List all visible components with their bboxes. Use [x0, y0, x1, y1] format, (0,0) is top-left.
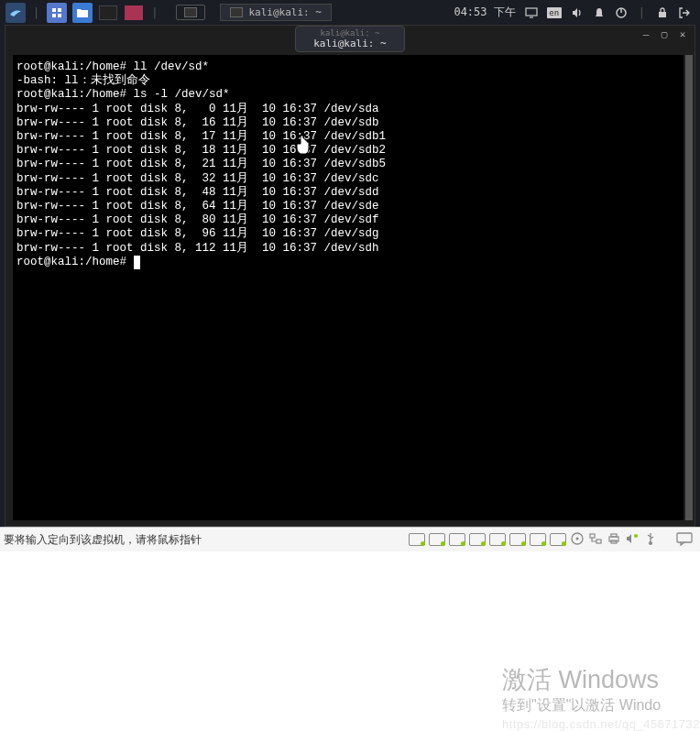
vm-message-icon[interactable]: [676, 531, 693, 549]
windows-activation-watermark: 激活 Windows 转到"设置"以激活 Windo https://blog.…: [502, 663, 700, 731]
task-label: kali@kali: ~: [248, 6, 321, 18]
terminal-icon: [230, 7, 243, 17]
vm-disk-icon[interactable]: [449, 533, 465, 546]
vm-disk-icon[interactable]: [550, 533, 566, 546]
activities-icon[interactable]: [47, 3, 67, 23]
svg-rect-14: [611, 534, 617, 537]
svg-rect-1: [58, 8, 61, 12]
vm-status-text: 要将输入定向到该虚拟机，请将鼠标指针: [0, 532, 202, 548]
svg-rect-2: [52, 14, 56, 17]
vm-printer-icon[interactable]: [607, 531, 621, 549]
display-icon[interactable]: [525, 6, 538, 19]
svg-rect-8: [659, 12, 666, 17]
vm-network-icon[interactable]: [588, 531, 603, 549]
vm-usb-icon[interactable]: [643, 531, 658, 549]
taskbar-terminal-active[interactable]: [176, 5, 205, 20]
minimize-button[interactable]: —: [640, 28, 652, 40]
vm-status-bar: 要将输入定向到该虚拟机，请将鼠标指针: [0, 527, 700, 551]
svg-rect-19: [677, 533, 692, 542]
ls-row: brw-rw---- 1 root disk 8, 16 11月 10 16:3…: [16, 116, 680, 130]
logout-icon[interactable]: [678, 6, 691, 19]
error-output: -bash: ll：未找到命令: [16, 74, 680, 88]
scroll-thumb[interactable]: [685, 55, 693, 520]
vm-disk-icon[interactable]: [509, 533, 526, 546]
title-main: kali@kali: ~: [296, 38, 404, 49]
terminal-window: kali@kali: ~ kali@kali: ~ — ▢ ✕ root@kal…: [5, 25, 695, 527]
cursor: [134, 256, 140, 269]
vm-disk-icon[interactable]: [469, 533, 486, 546]
ls-row: brw-rw---- 1 root disk 8, 17 11月 10 16:3…: [16, 130, 680, 144]
clock[interactable]: 04:53 下午: [454, 5, 515, 20]
kali-menu-icon[interactable]: [5, 3, 26, 23]
notification-icon[interactable]: [593, 6, 606, 19]
taskbar-window-item[interactable]: kali@kali: ~: [220, 4, 331, 21]
lock-icon[interactable]: [656, 6, 669, 19]
watermark-title: 激活 Windows: [502, 663, 700, 696]
workspace-icon[interactable]: [124, 3, 144, 23]
vm-disk-icon[interactable]: [429, 533, 445, 546]
terminal-launcher-icon[interactable]: [98, 3, 118, 23]
desktop: | | kali@kali: ~ 04:53 下午: [0, 0, 700, 527]
separator: |: [639, 6, 645, 19]
ls-output: brw-rw---- 1 root disk 8, 0 11月 10 16:37…: [16, 103, 680, 256]
panel-right: 04:53 下午 en |: [454, 5, 700, 20]
scrollbar[interactable]: [685, 55, 693, 520]
svg-rect-11: [590, 534, 595, 538]
vm-device-icons: [409, 531, 700, 549]
power-icon[interactable]: [615, 6, 628, 19]
ls-row: brw-rw---- 1 root disk 8, 112 11月 10 16:…: [16, 242, 680, 256]
separator: |: [33, 6, 39, 19]
svg-rect-3: [58, 14, 61, 17]
terminal-body[interactable]: root@kali:/home# ll /dev/sd*-bash: ll：未找…: [13, 55, 684, 520]
host-area: 激活 Windows 转到"设置"以激活 Windo https://blog.…: [0, 551, 700, 731]
watermark-subtitle: 转到"设置"以激活 Windo: [502, 696, 700, 715]
top-panel: | | kali@kali: ~ 04:53 下午: [0, 0, 700, 25]
ls-row: brw-rw---- 1 root disk 8, 21 11月 10 16:3…: [16, 158, 680, 171]
vm-disk-icon[interactable]: [489, 533, 506, 546]
terminal-icon: [184, 7, 197, 17]
keyboard-icon[interactable]: en: [547, 7, 562, 18]
maximize-button[interactable]: ▢: [658, 28, 671, 40]
prompt: root@kali:/home#: [16, 60, 126, 73]
separator: |: [151, 6, 158, 19]
ls-row: brw-rw---- 1 root disk 8, 18 11月 10 16:3…: [16, 144, 680, 158]
vm-sound-icon[interactable]: [625, 531, 640, 549]
command: ll /dev/sd*: [126, 60, 209, 73]
close-button[interactable]: ✕: [676, 28, 689, 40]
panel-left: | | kali@kali: ~: [0, 3, 332, 23]
ls-row: brw-rw---- 1 root disk 8, 0 11月 10 16:37…: [16, 103, 680, 116]
svg-rect-0: [52, 8, 56, 12]
ls-row: brw-rw---- 1 root disk 8, 80 11月 10 16:3…: [16, 213, 680, 227]
svg-rect-4: [526, 8, 537, 16]
ls-row: brw-rw---- 1 root disk 8, 96 11月 10 16:3…: [16, 227, 680, 241]
ls-row: brw-rw---- 1 root disk 8, 64 11月 10 16:3…: [16, 200, 680, 213]
volume-icon[interactable]: [571, 6, 584, 19]
window-title-tab[interactable]: kali@kali: ~ kali@kali: ~: [295, 26, 405, 52]
svg-point-10: [576, 537, 579, 540]
prompt: root@kali:/home#: [16, 88, 126, 101]
ls-row: brw-rw---- 1 root disk 8, 32 11月 10 16:3…: [16, 172, 680, 186]
command: ls -l /dev/sd*: [126, 88, 230, 101]
vm-cd-icon[interactable]: [570, 531, 585, 549]
vm-disk-icon[interactable]: [530, 533, 546, 546]
title-small: kali@kali: ~: [296, 28, 404, 38]
window-controls: — ▢ ✕: [640, 28, 689, 40]
svg-point-16: [634, 534, 638, 538]
files-icon[interactable]: [72, 3, 93, 23]
watermark-url: https://blog.csdn.net/qq_45671732: [502, 717, 700, 731]
cursor-space: [126, 256, 134, 268]
prompt: root@kali:/home#: [16, 256, 126, 268]
ls-row: brw-rw---- 1 root disk 8, 48 11月 10 16:3…: [16, 186, 680, 200]
svg-rect-12: [596, 540, 601, 543]
vm-disk-icon[interactable]: [409, 533, 425, 546]
